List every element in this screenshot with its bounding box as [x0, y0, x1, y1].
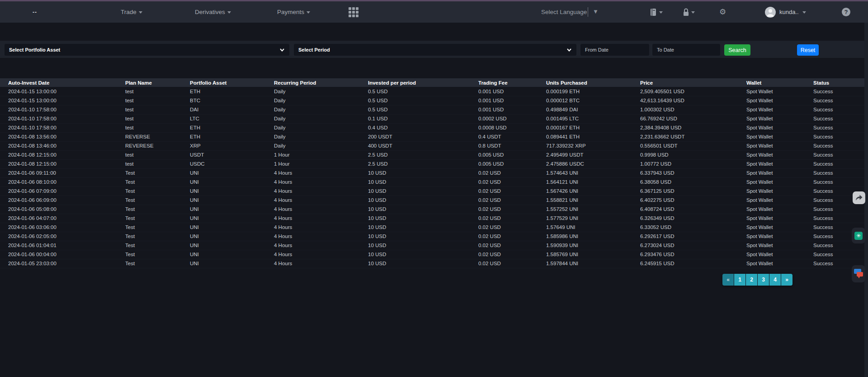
cell-trading-fee: 0.02 USD [470, 259, 538, 268]
nav-menu-payments[interactable]: Payments [277, 1, 310, 23]
table-row[interactable]: 2024-01-06 06:09:00 Test UNI 4 Hours 10 … [0, 196, 868, 205]
language-selector[interactable]: Select Language [541, 1, 587, 23]
cell-recurring-period: Daily [266, 114, 360, 123]
cell-invested-per-period: 0.5 USD [360, 96, 470, 105]
nav-menu-trade[interactable]: Trade [121, 1, 142, 23]
cell-trading-fee: 0.02 USD [470, 223, 538, 232]
chatgpt-extension-button[interactable]: ✳ [852, 228, 865, 243]
orders-book-icon[interactable] [650, 1, 663, 23]
table-row[interactable]: 2024-01-08 12:15:00 test USDC 1 Hour 2.5… [0, 159, 868, 168]
table-row[interactable]: 2024-01-06 00:04:00 Test UNI 4 Hours 10 … [0, 250, 868, 259]
table-row[interactable]: 2024-01-06 02:05:00 Test UNI 4 Hours 10 … [0, 232, 868, 241]
chat-bubble-red-icon [857, 272, 863, 277]
settings-gear-icon[interactable]: ⚙ [719, 1, 726, 23]
pagination-page-button[interactable]: 2 [746, 274, 757, 286]
cell-recurring-period: Daily [266, 96, 360, 105]
cell-auto-invest-date: 2024-01-10 17:58:00 [0, 114, 117, 123]
cell-portfolio-asset: UNI [182, 214, 266, 223]
auto-invest-history-table: Auto-Invest DatePlan NamePortfolio Asset… [0, 78, 868, 268]
cell-units-purchased: 717.339232 XRP [538, 141, 632, 150]
cell-trading-fee: 0.02 USD [470, 232, 538, 241]
app-logo[interactable]: -- [33, 1, 37, 23]
table-row[interactable]: 2024-01-15 13:00:00 test ETH Daily 0.5 U… [0, 87, 868, 96]
from-date-input[interactable]: From Date [580, 44, 649, 56]
pagination-page-button[interactable]: 3 [758, 274, 769, 286]
column-header: Trading Fee [470, 78, 538, 87]
cell-price: 6.402275 USD [632, 196, 738, 205]
caret-down-icon [227, 11, 231, 14]
cell-recurring-period: 4 Hours [266, 196, 360, 205]
table-row[interactable]: 2024-01-06 07:09:00 Test UNI 4 Hours 10 … [0, 186, 868, 196]
cell-units-purchased: 1.557252 UNI [538, 205, 632, 214]
user-menu[interactable]: kunda.. [765, 1, 806, 23]
cell-invested-per-period: 0.1 USD [360, 114, 470, 123]
reset-button[interactable]: Reset [797, 44, 819, 56]
pagination-next-button[interactable]: » [781, 274, 793, 286]
share-shortcut-button[interactable] [853, 191, 865, 204]
table-row[interactable]: 2024-01-06 04:07:00 Test UNI 4 Hours 10 … [0, 214, 868, 223]
table-row[interactable]: 2024-01-08 12:15:00 test USDT 1 Hour 2.5… [0, 150, 868, 159]
cell-units-purchased: 1.574643 UNI [538, 168, 632, 177]
security-lock-icon[interactable] [683, 1, 695, 23]
table-row[interactable]: 2024-01-15 13:00:00 test BTC Daily 0.5 U… [0, 96, 868, 105]
cell-auto-invest-date: 2024-01-10 17:58:00 [0, 123, 117, 132]
table-row[interactable]: 2024-01-08 13:56:00 REVERSE ETH Daily 20… [0, 132, 868, 141]
caret-down-icon [307, 11, 310, 14]
cell-price: 6.292617 USD [632, 232, 738, 241]
period-select-value: Select Period [298, 47, 330, 52]
cell-units-purchased: 0.000167 ETH [538, 123, 632, 132]
cell-auto-invest-date: 2024-01-06 02:05:00 [0, 232, 117, 241]
cell-invested-per-period: 10 USD [360, 214, 470, 223]
cell-portfolio-asset: ETH [182, 132, 266, 141]
period-select[interactable]: Select Period [294, 44, 576, 56]
cell-auto-invest-date: 2024-01-06 09:11:00 [0, 168, 117, 177]
table-row[interactable]: 2024-01-06 03:06:00 Test UNI 4 Hours 10 … [0, 223, 868, 232]
cell-trading-fee: 0.02 USD [470, 214, 538, 223]
table-row[interactable]: 2024-01-10 17:58:00 test ETH Daily 0.4 U… [0, 123, 868, 132]
cell-wallet: Spot Wallet [738, 105, 805, 114]
cell-units-purchased: 1.57649 UNI [538, 223, 632, 232]
cell-status: Success [805, 168, 868, 177]
cell-wallet: Spot Wallet [738, 177, 805, 186]
table-row[interactable]: 2024-01-10 17:58:00 test LTC Daily 0.1 U… [0, 114, 868, 123]
cell-wallet: Spot Wallet [738, 223, 805, 232]
apps-grid-icon[interactable] [349, 7, 359, 17]
search-button[interactable]: Search [724, 44, 750, 56]
book-icon [650, 8, 657, 16]
cell-status: Success [805, 105, 868, 114]
table-row[interactable]: 2024-01-06 09:11:00 Test UNI 4 Hours 10 … [0, 168, 868, 177]
pagination-page-button[interactable]: 4 [769, 274, 781, 286]
cell-trading-fee: 0.001 USD [470, 105, 538, 114]
portfolio-asset-select[interactable]: Select Portfolio Asset [5, 44, 289, 56]
pagination-prev-button[interactable]: « [722, 274, 734, 286]
cell-units-purchased: 0.498849 DAI [538, 105, 632, 114]
chat-widget-button[interactable] [852, 265, 865, 282]
cell-status: Success [805, 250, 868, 259]
pagination-page-button[interactable]: 1 [734, 274, 745, 286]
cell-portfolio-asset: DAI [182, 105, 266, 114]
table-row[interactable]: 2024-01-06 08:10:00 Test UNI 4 Hours 10 … [0, 177, 868, 186]
table-row[interactable]: 2024-01-06 01:04:01 Test UNI 4 Hours 10 … [0, 241, 868, 250]
cell-invested-per-period: 10 USD [360, 177, 470, 186]
language-caret-icon[interactable]: ▼ [593, 8, 599, 15]
cell-units-purchased: 1.590939 UNI [538, 241, 632, 250]
cell-plan-name: Test [117, 241, 182, 250]
column-header: Portfolio Asset [182, 78, 266, 87]
nav-menu-derivatives[interactable]: Derivatives [195, 1, 231, 23]
cell-plan-name: test [117, 150, 182, 159]
table-row[interactable]: 2024-01-08 13:46:00 REVERESE XRP Daily 4… [0, 141, 868, 150]
table-row[interactable]: 2024-01-06 05:08:00 Test UNI 4 Hours 10 … [0, 205, 868, 214]
table-row[interactable]: 2024-01-05 23:03:00 Test UNI 4 Hours 10 … [0, 259, 868, 268]
column-header: Units Purchased [538, 78, 632, 87]
cell-trading-fee: 0.0002 USD [470, 114, 538, 123]
cell-price: 6.33052 USD [632, 223, 738, 232]
help-icon[interactable]: ? [842, 8, 850, 16]
cell-auto-invest-date: 2024-01-06 03:06:00 [0, 223, 117, 232]
to-date-input[interactable]: To Date [652, 44, 720, 56]
table-body: 2024-01-15 13:00:00 test ETH Daily 0.5 U… [0, 87, 868, 268]
cell-auto-invest-date: 2024-01-08 12:15:00 [0, 150, 117, 159]
avatar [765, 7, 776, 18]
table-row[interactable]: 2024-01-10 17:58:00 test DAI Daily 0.5 U… [0, 105, 868, 114]
cell-price: 2,509.405501 USD [632, 87, 738, 96]
cell-status: Success [805, 150, 868, 159]
